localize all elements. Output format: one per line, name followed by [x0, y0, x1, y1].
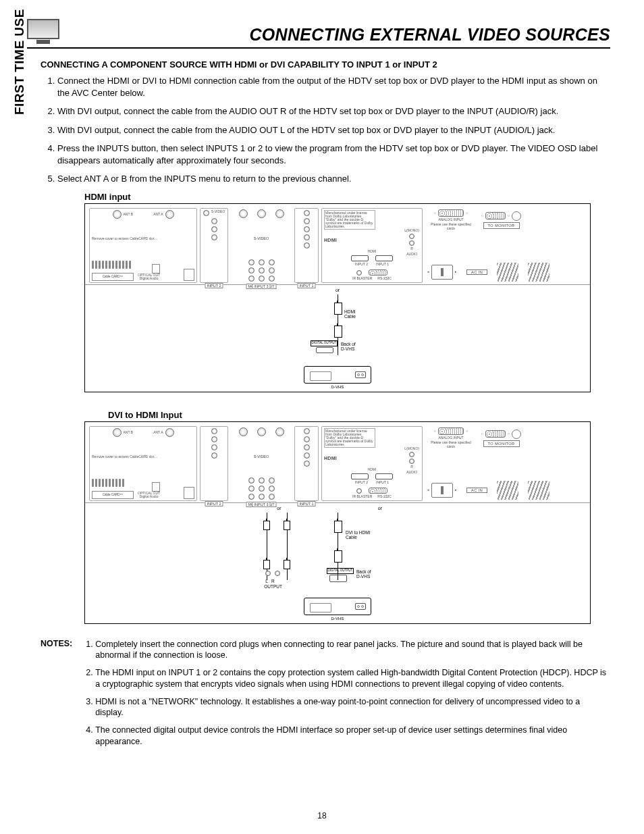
step-3: With DVI output, connect the cable from …: [57, 124, 610, 136]
diagram-a-subhead: HDMI input: [84, 192, 610, 202]
dvhs-label-b: D-VHS: [331, 617, 344, 621]
svg-rect-3: [356, 603, 366, 609]
svg-point-4: [358, 605, 360, 607]
output-r-jack: [275, 571, 280, 576]
svg-point-5: [362, 605, 364, 607]
backof-label-b: Back of D-VHS: [356, 569, 371, 579]
svideo-in4: [257, 209, 266, 218]
tv-icon: [27, 19, 59, 45]
analog-input-port: [438, 209, 464, 217]
back-panel-b: ANT B ANT A Remove cover to access Cable…: [85, 422, 590, 503]
step-4: Press the INPUTS button, then select INP…: [57, 142, 610, 166]
step-2: With DVI output, connect the cable from …: [57, 105, 610, 118]
note-3: HDMI is not a "NETWORK" technology. It e…: [95, 696, 610, 719]
dvhs-label-a: D-VHS: [331, 385, 344, 389]
cassette-icon: [354, 369, 367, 381]
rs232-label: RS-232C: [377, 277, 392, 281]
hdmi-connector-icon: [334, 303, 342, 315]
anta-jack: [165, 210, 174, 219]
svg-point-2: [362, 373, 364, 375]
diagram-b-subhead: DVI to HDMI Input: [108, 410, 610, 420]
or-label-b2: or: [378, 506, 382, 511]
dvhs-device-b: D-VHS: [304, 598, 371, 615]
antb-jack: [113, 210, 122, 219]
hdmi-port-2: [351, 255, 369, 261]
vents: [497, 263, 518, 282]
svideo-mon: [239, 209, 248, 218]
diagram-b-lower: or or DVI to HDMI Cable L R OUTPUT DIGIT…: [85, 503, 590, 623]
acin-label: AC IN: [466, 269, 487, 275]
step-1: Connect the HDMI or DVI to HDMI connecti…: [57, 75, 610, 99]
cablecard-slot: Cable CARD™: [92, 273, 134, 281]
notes-label: NOTES:: [41, 639, 72, 754]
l-label: L: [265, 579, 267, 583]
output-l-jack: [265, 571, 271, 576]
optical-jack: [152, 264, 160, 273]
or-label-b1: or: [277, 506, 281, 511]
page-header: CONNECTING EXTERNAL VIDEO SOURCES: [27, 19, 610, 49]
dolby-text: Manufactured under license from Dolby La…: [324, 210, 375, 230]
vents2: [528, 263, 549, 282]
r-label: R: [271, 579, 275, 583]
to-monitor-round: [512, 211, 521, 221]
analog-input-label: ANALOG INPUT: [438, 218, 463, 222]
anta-label: ANT A: [153, 213, 163, 217]
side-tab: FIRST TIME USE: [12, 9, 27, 115]
hdmi-connector-icon-2: [334, 325, 342, 338]
to-monitor-label: TO MONITOR: [483, 222, 520, 229]
section-heading: CONNECTING A COMPONENT SOURCE WITH HDMI …: [41, 59, 610, 70]
digital-output-port: DIGITAL OUTPUT: [311, 340, 338, 346]
page-number: 18: [317, 811, 326, 820]
page-title: CONNECTING EXTERNAL VIDEO SOURCES: [250, 25, 611, 45]
dvi-cable-label: DVI to HDMI Cable: [346, 530, 370, 540]
rs232-port: [369, 269, 387, 276]
note-1: Completely insert the connection cord pl…: [95, 639, 610, 661]
cassette-icon: [354, 600, 367, 613]
or-label-a: or: [336, 288, 340, 292]
output-label: OUTPUT: [264, 584, 282, 589]
notes-block: NOTES: Completely insert the connection …: [41, 639, 610, 754]
diagram-a: ANT B ANT A Remove cover to access Cable…: [84, 203, 591, 392]
optical-label: OPTICAL OUT Digital Audio: [138, 273, 160, 281]
dvhs-device-a: D-VHS: [304, 366, 371, 384]
diagram-b: ANT B ANT A Remove cover to access Cable…: [84, 421, 591, 624]
backof-label-a: Back of D-VHS: [341, 342, 356, 351]
svg-rect-0: [356, 371, 366, 377]
dvhs-hdmi-out: [316, 347, 333, 353]
notes-list: Completely insert the connection cord pl…: [80, 639, 610, 754]
to-monitor-port: [485, 212, 506, 219]
in2-svideo: [203, 210, 209, 216]
page: FIRST TIME USE CONNECTING EXTERNAL VIDEO…: [0, 0, 644, 834]
antb-label: ANT B: [124, 213, 134, 217]
hdmi-port-1: [375, 255, 393, 261]
digital-output-port-b: DIGITAL OUTPUT: [327, 568, 354, 574]
back-panel-a: ANT B ANT A Remove cover to access Cable…: [85, 204, 590, 285]
reset-box: [184, 269, 194, 281]
note-4: The connected digital output device cont…: [95, 725, 610, 747]
note-2: The HDMI input on INPUT 1 or 2 contains …: [95, 667, 610, 689]
dvi-port-icon: [329, 575, 347, 582]
svg-point-1: [358, 373, 360, 375]
step-5: Select ANT A or B from the INPUTS menu t…: [57, 173, 610, 185]
irblaster-jack: [356, 270, 362, 276]
diagram-a-lower: or HDMI Cable DIGITAL OUTPUT Back of D-V…: [85, 285, 590, 392]
svideo-in3: [275, 209, 284, 218]
steps-list: Connect the HDMI or DVI to HDMI connecti…: [41, 75, 610, 185]
irblaster-label: IR BLASTER: [352, 277, 372, 281]
hdmi-cable-label: HDMI Cable: [344, 309, 356, 319]
power-switch: [431, 265, 453, 280]
